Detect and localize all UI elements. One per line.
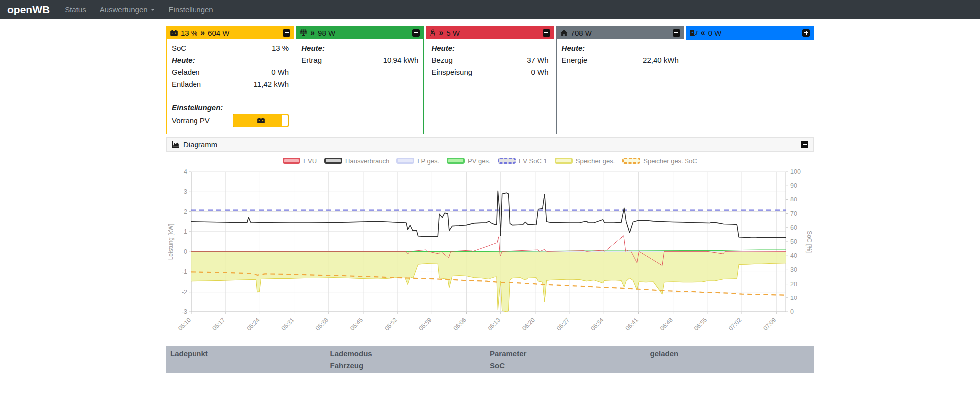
ertrag-label: Ertrag [301, 54, 322, 66]
legend-item[interactable]: EVU [283, 157, 317, 165]
angle-double-right-icon: » [200, 29, 205, 37]
angle-double-left-icon: « [701, 29, 705, 37]
geladen-label: Geladen [172, 66, 200, 78]
minus-square-icon[interactable] [543, 29, 550, 37]
legend-item[interactable]: LP ges. [396, 157, 439, 165]
chart-area-icon [172, 141, 179, 148]
entladen-value: 11,42 kWh [254, 78, 289, 90]
svg-text:-2: -2 [182, 289, 187, 296]
legend-item[interactable]: Hausverbrauch [324, 157, 389, 165]
svg-text:70: 70 [790, 210, 797, 217]
brand[interactable]: openWB [7, 4, 50, 16]
svg-text:2: 2 [184, 208, 187, 215]
svg-text:05:52: 05:52 [383, 316, 398, 332]
col-parameter: Parameter [490, 348, 650, 360]
svg-text:SoC [%]: SoC [%] [806, 231, 813, 253]
legend-item[interactable]: PV ges. [447, 157, 490, 165]
minus-square-icon[interactable] [673, 29, 680, 37]
minus-square-icon[interactable] [801, 141, 808, 148]
svg-text:05:24: 05:24 [245, 316, 261, 332]
heute-label: Heute: [301, 42, 418, 54]
charging-station-icon [690, 29, 698, 36]
card-pv-header-power: 98 W [318, 29, 335, 37]
card-evu-header: » 5 W [426, 26, 553, 39]
svg-text:05:10: 05:10 [177, 316, 192, 332]
svg-text:100: 100 [790, 168, 801, 175]
chart-svg: 43210-1-2-3100908070605040302010005:1005… [166, 167, 814, 340]
card-pv-header: » 98 W [296, 26, 423, 39]
toggle-handle [282, 115, 288, 126]
card-ladepunkt: « 0 W [686, 26, 814, 40]
vorrang-pv-toggle[interactable] [233, 114, 289, 127]
svg-text:60: 60 [790, 224, 797, 231]
col-soc: SoC [490, 360, 650, 372]
ertrag-value: 10,94 kWh [383, 54, 419, 66]
navbar: openWB Status Auswertungen Einstellungen [0, 0, 980, 19]
svg-text:20: 20 [790, 281, 797, 288]
nav-item-auswertungen-label: Auswertungen [100, 5, 148, 14]
col-lademodus: Lademodus [330, 348, 490, 360]
legend-label: EVU [303, 157, 317, 165]
svg-text:1: 1 [184, 228, 187, 235]
svg-text:07:02: 07:02 [727, 316, 743, 332]
legend-item[interactable]: EV SoC 1 [498, 157, 547, 165]
minus-square-icon[interactable] [283, 29, 290, 37]
svg-text:80: 80 [790, 196, 797, 203]
svg-text:0: 0 [790, 308, 794, 315]
card-speicher: 13 % » 604 W SoC13 % Heute: Geladen0 Wh … [166, 26, 294, 134]
svg-text:-3: -3 [182, 308, 187, 315]
svg-text:30: 30 [790, 266, 797, 273]
nav-item-einstellungen[interactable]: Einstellungen [169, 5, 213, 14]
card-hausverbrauch-body: Heute: Energie22,40 kWh [557, 39, 684, 134]
legend-label: Hausverbrauch [345, 157, 389, 165]
nav-item-einstellungen-label: Einstellungen [169, 5, 213, 14]
cards-row: 13 % » 604 W SoC13 % Heute: Geladen0 Wh … [166, 26, 814, 134]
energie-label: Energie [562, 54, 588, 66]
heute-label: Heute: [172, 54, 289, 66]
nav-item-status[interactable]: Status [65, 5, 86, 14]
nav-item-auswertungen[interactable]: Auswertungen [100, 5, 155, 14]
car-battery-icon [170, 30, 178, 36]
legend-label: LP ges. [417, 157, 439, 165]
svg-text:05:38: 05:38 [314, 316, 330, 332]
entladen-label: Entladen [172, 78, 201, 90]
solar-panel-icon [300, 29, 307, 36]
svg-text:50: 50 [790, 238, 797, 245]
card-evu-body: Heute: Bezug37 Wh Einspeisung0 Wh [426, 39, 553, 134]
legend-label: Speicher ges. SoC [643, 157, 697, 165]
card-speicher-header: 13 % » 604 W [167, 26, 294, 39]
einspeisung-value: 0 Wh [531, 66, 549, 78]
col-ladepunkt: Ladepunkt [170, 348, 330, 360]
home-icon [560, 30, 568, 36]
legend-swatch [447, 158, 465, 164]
diagram-title: Diagramm [183, 140, 217, 149]
card-evu-header-power: 5 W [446, 29, 460, 37]
legend-label: PV ges. [468, 157, 490, 165]
col-geladen: geladen [650, 348, 810, 360]
plus-square-icon[interactable] [802, 29, 810, 37]
legend-item[interactable]: Speicher ges. SoC [622, 157, 697, 165]
svg-text:90: 90 [790, 182, 797, 189]
card-pv-body: Heute: Ertrag10,94 kWh [296, 39, 423, 134]
legend-swatch [498, 158, 516, 164]
legend-swatch [555, 158, 573, 164]
svg-text:06:20: 06:20 [521, 316, 536, 332]
svg-text:06:06: 06:06 [452, 316, 468, 332]
card-ladepunkt-header: « 0 W [686, 26, 813, 39]
angle-double-right-icon: » [439, 29, 443, 37]
card-ladepunkt-header-power: 0 W [708, 29, 722, 37]
legend-swatch [324, 158, 342, 164]
card-hausverbrauch-header: 708 W [557, 26, 684, 39]
svg-text:06:13: 06:13 [487, 316, 502, 332]
svg-text:07:09: 07:09 [762, 316, 777, 332]
card-pv: » 98 W Heute: Ertrag10,94 kWh [296, 26, 424, 134]
minus-square-icon[interactable] [412, 29, 420, 37]
car-battery-icon [257, 118, 265, 123]
diagram-header: Diagramm [166, 137, 814, 152]
einstellungen-label: Einstellungen: [172, 102, 289, 114]
svg-text:05:45: 05:45 [349, 316, 364, 332]
energie-value: 22,40 kWh [643, 54, 679, 66]
divider [172, 97, 289, 97]
svg-text:4: 4 [184, 168, 187, 175]
legend-item[interactable]: Speicher ges. [555, 157, 615, 165]
